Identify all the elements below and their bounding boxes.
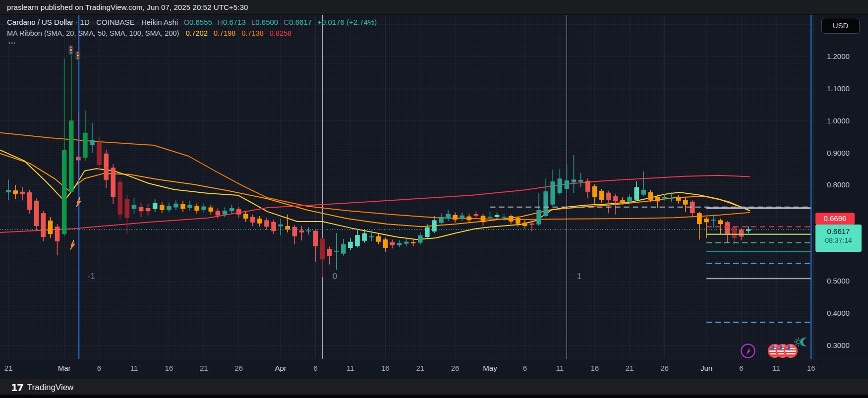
us-flag-circle-icon[interactable]: [784, 344, 797, 357]
candle-body: [83, 133, 88, 158]
candle-body: [48, 221, 53, 234]
purple-lightning-circle-icon[interactable]: [742, 344, 755, 358]
vertical-line-drawings[interactable]: 01: [323, 15, 582, 359]
candle-body: [432, 220, 437, 231]
close-label: C: [284, 18, 289, 26]
price-tick-label: 1.2000: [827, 52, 850, 61]
attribution-text: praslearn published on TradingView.com, …: [0, 0, 868, 14]
tradingview-logo-icon: 17: [11, 382, 23, 394]
high-value: 0.6713: [223, 18, 246, 26]
candle-body: [369, 236, 374, 237]
candle-body: [669, 198, 674, 199]
price-axis[interactable]: 1.20001.10001.00000.90000.80000.60000.50…: [813, 15, 868, 359]
price-tick-label: 0.8000: [827, 180, 850, 190]
tradingview-published-chart-window: praslearn published on TradingView.com, …: [0, 0, 868, 398]
indicator-title[interactable]: MA Ribbon (SMA, 20, SMA, 50, SMA, 100, S…: [7, 29, 179, 37]
candle-body: [397, 243, 402, 245]
time-tick-label: 11: [130, 364, 138, 372]
candle-body: [565, 180, 570, 189]
candle-body: [97, 142, 102, 165]
candle-body: [446, 214, 451, 219]
candle-body: [257, 219, 262, 224]
time-tick-label: Apr: [275, 364, 286, 372]
candle-body: [264, 220, 269, 227]
time-tick-label: May: [483, 364, 497, 372]
candle-body: [627, 197, 632, 202]
legend-more-ellipsis[interactable]: …: [8, 37, 16, 46]
candle-body: [474, 214, 479, 216]
candle-body: [104, 154, 109, 180]
candle-body: [725, 222, 730, 235]
candle-body: [41, 213, 46, 237]
time-tick-label: 11: [772, 364, 780, 372]
footer-edge: [0, 395, 868, 398]
candle-body: [453, 215, 458, 220]
candle-body: [495, 215, 500, 217]
symbol-title[interactable]: Cardano / US Dollar: [7, 18, 73, 26]
high-label: H: [218, 18, 223, 26]
lightning-bolt-icon[interactable]: [70, 240, 75, 250]
candle-body: [536, 210, 541, 225]
candle-body: [404, 242, 409, 244]
time-axis[interactable]: 21Mar611162126Apr611162126May611162126Ju…: [0, 359, 868, 379]
candle-body: [139, 207, 144, 211]
candle-body: [132, 205, 137, 209]
tradingview-logo[interactable]: 17 TradingView: [11, 382, 73, 394]
candle-body: [558, 178, 563, 193]
candle-body: [697, 213, 702, 224]
candle-body: [299, 230, 304, 232]
indicator-legend-row[interactable]: MA Ribbon (SMA, 20, SMA, 50, SMA, 100, S…: [7, 29, 291, 37]
time-tick-label: 11: [347, 364, 354, 372]
traffic-light-icon[interactable]: [68, 45, 73, 55]
candle-body: [516, 218, 521, 224]
candle-body: [418, 235, 423, 243]
chart-stickers[interactable]: [68, 45, 807, 358]
symbol-legend-row[interactable]: Cardano / US Dollar · 1D · COINBASE · He…: [7, 18, 377, 26]
price-tick-label: 1.1000: [827, 84, 850, 94]
candle-body: [425, 227, 430, 237]
close-value: 0.6617: [289, 18, 312, 26]
time-tick-label: 6: [739, 364, 743, 372]
svg-text:0: 0: [333, 272, 337, 281]
candle-body: [613, 196, 618, 201]
time-tick-label: 21: [626, 364, 634, 372]
tradingview-logo-text: TradingView: [27, 383, 74, 393]
candle-body: [348, 242, 353, 248]
candle-body: [201, 207, 206, 210]
traffic-light-icon[interactable]: [75, 51, 80, 60]
candle-body: [236, 209, 241, 215]
candle-body: [320, 238, 325, 259]
alert-price-badge: 0.6696: [815, 213, 855, 225]
candle-body: [327, 249, 332, 256]
candle-body: [634, 187, 639, 200]
candle-body: [160, 205, 165, 210]
candle-body: [146, 208, 151, 211]
price-chart-canvas[interactable]: 01-1: [0, 0, 868, 398]
time-tick-label: 6: [97, 364, 101, 372]
time-tick-label: 16: [381, 364, 390, 372]
candle-body: [125, 199, 130, 218]
last-price-value: 0.6617: [827, 227, 850, 235]
candle-body: [488, 217, 493, 218]
symbol-meta: · 1D · COINBASE · Heikin Ashi: [75, 18, 178, 26]
candle-body: [153, 203, 158, 209]
candle-body: [6, 190, 11, 193]
candle-body: [90, 140, 95, 145]
svg-text:1: 1: [577, 272, 581, 281]
candle-body: [579, 180, 583, 182]
vertical-line-drawings-blue[interactable]: -1: [79, 15, 811, 359]
candle-body: [550, 181, 555, 205]
time-tick-label: 16: [807, 364, 815, 372]
candle-body: [683, 200, 688, 205]
candle-body: [355, 235, 360, 246]
candle-body: [376, 236, 381, 242]
candle-body: [411, 242, 416, 243]
currency-toggle-button[interactable]: USD: [821, 18, 860, 34]
candle-body: [460, 216, 464, 219]
candle-body: [439, 217, 444, 223]
time-tick-label: Jun: [700, 364, 712, 372]
time-tick-label: 21: [200, 364, 208, 372]
candle-body: [704, 219, 709, 222]
candle-body: [174, 204, 178, 208]
candle-body: [20, 192, 25, 194]
